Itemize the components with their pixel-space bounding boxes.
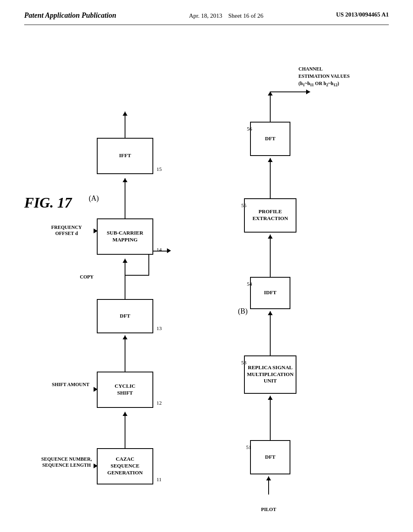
block-dft-13-label: DFT	[120, 313, 130, 320]
label-sequence-number: SEQUENCE NUMBER,SEQUENCE LENGTH	[40, 456, 93, 469]
block-idft-54: IDFT	[250, 277, 290, 309]
block-cyclic-label: CYCLICSHIFT	[115, 383, 135, 397]
block-dft-13: DFT	[97, 299, 153, 333]
copy-line-h	[125, 275, 149, 276]
label-freq-offset: FREQUENCYOFFSET d	[42, 224, 91, 237]
label-copy: COPY	[75, 274, 99, 281]
arrow-cazac-to-cyclic	[125, 412, 125, 449]
block-idft-54-label: IDFT	[264, 289, 276, 296]
block-dft-51-label: DFT	[265, 454, 275, 461]
number-11: 11	[156, 476, 162, 483]
number-13: 13	[156, 325, 162, 332]
number-53: 53	[241, 360, 246, 366]
diagram-area: FIG. 17 (A) CAZACSEQUENCEGENERATION 11 S…	[0, 25, 413, 517]
block-dft-56-label: DFT	[265, 135, 275, 142]
arrow-dft13-to-subcarrier	[125, 259, 125, 300]
arrow-replica-to-idft	[270, 311, 271, 356]
number-14: 14	[156, 247, 162, 253]
block-replica-label: REPLICA SIGNALMULTIPLICATIONUNIT	[247, 364, 294, 385]
arrow-idft-to-profile	[270, 235, 271, 278]
arrow-profile-to-dft56	[270, 158, 271, 199]
publication-label: Patent Application Publication	[24, 11, 116, 20]
block-cyclic: CYCLICSHIFT	[97, 372, 153, 408]
arrow-seq-to-cazac	[94, 466, 98, 466]
block-subcarrier-label: SUB-CARRIERMAPPING	[107, 230, 143, 243]
number-55: 55	[241, 202, 246, 209]
date-label: Apr. 18, 2013	[189, 12, 222, 19]
number-56: 56	[247, 126, 252, 132]
arrow-subcarrier-to-ifft	[125, 178, 125, 219]
label-pilot: PILOT	[257, 507, 281, 513]
figure-label: FIG. 17	[24, 194, 72, 211]
page-header: Patent Application Publication Apr. 18, …	[0, 0, 413, 21]
section-b-label: (B)	[238, 307, 248, 316]
sheet-info: Apr. 18, 2013 Sheet 16 of 26	[189, 11, 263, 21]
arrow-ifft-up	[125, 112, 125, 139]
block-ifft: IFFT	[97, 138, 153, 174]
number-51: 51	[246, 444, 251, 451]
number-15: 15	[156, 166, 162, 172]
block-profile: PROFILEEXTRACTION	[244, 198, 296, 233]
number-12: 12	[156, 400, 162, 406]
arrow-pilot-to-dft51	[268, 476, 269, 495]
label-channel-estimation: CHANNELESTIMATION VALUES(h1~h11 OR h2~h1…	[298, 65, 395, 88]
section-a-label: (A)	[89, 194, 99, 203]
block-replica: REPLICA SIGNALMULTIPLICATIONUNIT	[244, 355, 296, 394]
channel-label-text: CHANNELESTIMATION VALUES(h1~h11 OR h2~h1…	[298, 66, 350, 86]
block-cazac-label: CAZACSEQUENCEGENERATION	[107, 456, 143, 476]
arrow-dft56-up	[270, 91, 271, 123]
patent-number: US 2013/0094465 A1	[336, 11, 389, 18]
arrow-freq-to-subcarrier	[94, 231, 98, 231]
block-dft-56: DFT	[250, 122, 290, 156]
block-profile-label: PROFILEEXTRACTION	[252, 208, 288, 222]
block-subcarrier: SUB-CARRIERMAPPING	[97, 218, 153, 255]
block-dft-51: DFT	[250, 440, 290, 474]
block-cazac: CAZACSEQUENCEGENERATION	[97, 448, 153, 484]
sheet-label: Sheet 16 of 26	[228, 12, 263, 19]
copy-arrow	[167, 248, 171, 253]
arrow-shift-to-cyclic	[94, 389, 98, 390]
arrow-channel-right	[270, 91, 310, 92]
arrow-cyclic-to-dft	[125, 335, 125, 372]
arrow-dft51-to-replica	[270, 396, 271, 441]
number-54: 54	[247, 281, 252, 287]
block-ifft-label: IFFT	[119, 152, 131, 159]
label-shift-amount: SHIFT AMOUNT	[48, 382, 93, 388]
